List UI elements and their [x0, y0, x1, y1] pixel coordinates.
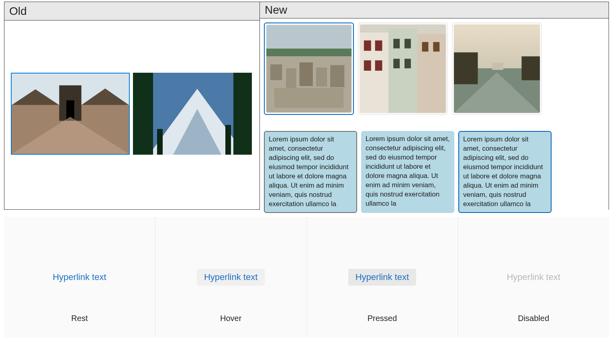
- svg-rect-17: [270, 64, 282, 80]
- svg-rect-19: [299, 62, 313, 86]
- svg-rect-27: [364, 41, 371, 51]
- fort-archway-photo[interactable]: [11, 73, 130, 155]
- svg-rect-20: [316, 67, 327, 86]
- new-text-cards-row: Lorem ipsum dolor sit amet, consectetur …: [264, 131, 605, 213]
- svg-rect-28: [375, 41, 382, 51]
- old-images-row: [11, 73, 255, 155]
- hyperlink-state-pressed: Hyperlink text Pressed: [307, 217, 458, 337]
- old-column: Old: [4, 2, 260, 209]
- new-column: New: [260, 2, 609, 209]
- svg-rect-26: [417, 34, 446, 113]
- svg-rect-36: [433, 42, 439, 52]
- state-label-disabled: Disabled: [518, 314, 549, 323]
- svg-rect-42: [492, 63, 503, 70]
- svg-rect-30: [375, 60, 382, 71]
- svg-rect-25: [388, 29, 417, 113]
- svg-rect-33: [393, 59, 400, 68]
- hyperlink-state-disabled: Hyperlink text Disabled: [458, 217, 609, 337]
- hyperlink-state-hover: Hyperlink text Hover: [155, 217, 307, 337]
- new-column-body: Lorem ipsum dolor sit amet, consectetur …: [260, 18, 609, 217]
- comparison-table: Old: [4, 2, 609, 210]
- hyperlink-disabled: Hyperlink text: [499, 269, 567, 286]
- svg-rect-34: [405, 59, 411, 68]
- svg-rect-21: [330, 65, 344, 87]
- text-card-content: Lorem ipsum dolor sit amet, consectetur …: [366, 135, 450, 207]
- river-sunset-photo[interactable]: [452, 22, 542, 115]
- state-label-rest: Rest: [71, 314, 88, 323]
- hyperlink-hover[interactable]: Hyperlink text: [197, 269, 265, 286]
- hyperlink-rest[interactable]: Hyperlink text: [45, 269, 113, 286]
- text-card-content: Lorem ipsum dolor sit amet, consectetur …: [463, 135, 543, 208]
- text-card-selected-blue-border[interactable]: Lorem ipsum dolor sit amet, consectetur …: [458, 131, 552, 213]
- svg-rect-40: [454, 52, 478, 84]
- svg-rect-13: [225, 125, 231, 155]
- old-column-header: Old: [4, 2, 260, 20]
- text-card-selected-gray-border[interactable]: Lorem ipsum dolor sit amet, consectetur …: [264, 131, 357, 213]
- hyperlink-state-rest: Hyperlink text Rest: [4, 217, 155, 337]
- svg-rect-35: [422, 42, 429, 52]
- text-card-content: Lorem ipsum dolor sit amet, consectetur …: [269, 135, 348, 208]
- new-column-header: New: [260, 2, 609, 18]
- svg-rect-18: [286, 68, 296, 88]
- svg-rect-31: [393, 39, 400, 49]
- hyperlink-states-row: Hyperlink text Rest Hyperlink text Hover…: [4, 217, 609, 337]
- svg-rect-11: [233, 73, 252, 155]
- european-townhouses-photo[interactable]: [358, 22, 448, 115]
- svg-rect-41: [521, 56, 540, 80]
- cityscape-salzburg-photo[interactable]: [264, 22, 354, 115]
- snowy-mountain-photo[interactable]: [133, 73, 252, 155]
- old-column-body: [4, 20, 260, 209]
- svg-rect-32: [405, 39, 411, 49]
- svg-rect-22: [274, 88, 344, 108]
- svg-rect-14: [266, 25, 351, 53]
- state-label-hover: Hover: [220, 314, 241, 323]
- text-card-selected-no-border[interactable]: Lorem ipsum dolor sit amet, consectetur …: [361, 131, 454, 213]
- svg-rect-12: [157, 129, 163, 155]
- state-label-pressed: Pressed: [368, 314, 397, 323]
- svg-rect-10: [133, 73, 153, 155]
- svg-rect-15: [266, 49, 351, 57]
- new-thumbnails-row: [264, 22, 605, 115]
- svg-rect-29: [364, 60, 371, 71]
- hyperlink-pressed[interactable]: Hyperlink text: [348, 269, 416, 286]
